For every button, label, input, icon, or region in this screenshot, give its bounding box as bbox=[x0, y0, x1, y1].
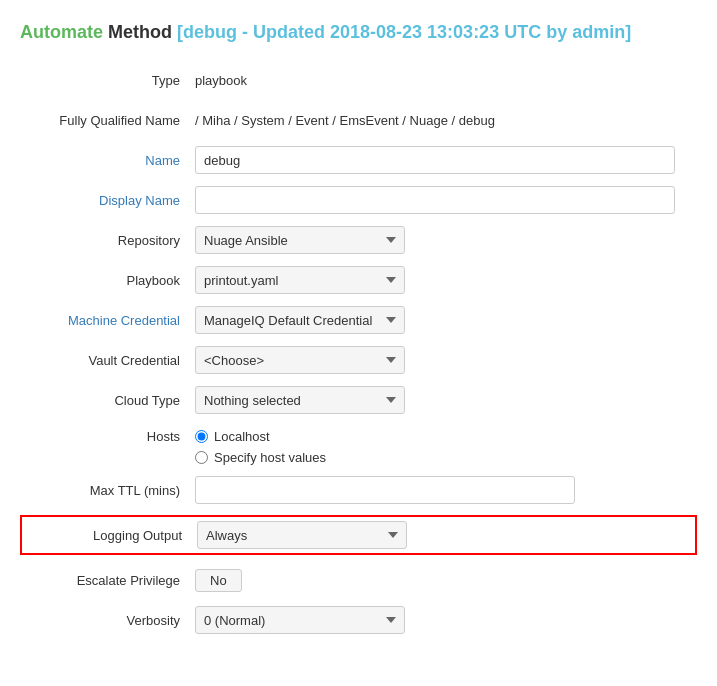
title-automate: Automate bbox=[20, 22, 103, 42]
cloud-type-select[interactable]: Nothing selected bbox=[195, 386, 405, 414]
machine-cred-field-wrapper: ManageIQ Default Credential bbox=[195, 306, 697, 334]
hosts-label: Hosts bbox=[20, 429, 195, 444]
max-ttl-input[interactable] bbox=[195, 476, 575, 504]
max-ttl-field-wrapper bbox=[195, 476, 697, 504]
page-title: Automate Method [debug - Updated 2018-08… bbox=[20, 20, 697, 45]
playbook-row: Playbook printout.yaml bbox=[20, 265, 697, 295]
name-label: Name bbox=[20, 153, 195, 168]
display-name-row: Display Name bbox=[20, 185, 697, 215]
escalate-button[interactable]: No bbox=[195, 569, 242, 592]
fqn-label: Fully Qualified Name bbox=[20, 113, 195, 128]
logging-label: Logging Output bbox=[22, 528, 197, 543]
display-name-label: Display Name bbox=[20, 193, 195, 208]
display-name-field-wrapper bbox=[195, 186, 697, 214]
type-label: Type bbox=[20, 73, 195, 88]
vault-cred-row: Vault Credential <Choose> bbox=[20, 345, 697, 375]
machine-cred-row: Machine Credential ManageIQ Default Cred… bbox=[20, 305, 697, 335]
hosts-row: Hosts Localhost Specify host values bbox=[20, 425, 697, 465]
verbosity-select[interactable]: 0 (Normal) 1 (Verbose) 2 (More Verbose) … bbox=[195, 606, 405, 634]
repository-row: Repository Nuage Ansible bbox=[20, 225, 697, 255]
escalate-label: Escalate Privilege bbox=[20, 573, 195, 588]
type-value: playbook bbox=[195, 73, 697, 88]
machine-cred-label: Machine Credential bbox=[20, 313, 195, 328]
vault-cred-field-wrapper: <Choose> bbox=[195, 346, 697, 374]
form-container: Type playbook Fully Qualified Name / Mih… bbox=[20, 65, 697, 635]
hosts-localhost-radio[interactable] bbox=[195, 430, 208, 443]
verbosity-row: Verbosity 0 (Normal) 1 (Verbose) 2 (More… bbox=[20, 605, 697, 635]
hosts-field-wrapper: Localhost Specify host values bbox=[195, 429, 697, 465]
hosts-radio-group: Localhost Specify host values bbox=[195, 429, 697, 465]
max-ttl-label: Max TTL (mins) bbox=[20, 483, 195, 498]
hosts-localhost-label: Localhost bbox=[214, 429, 270, 444]
fqn-row: Fully Qualified Name / Miha / System / E… bbox=[20, 105, 697, 135]
repository-label: Repository bbox=[20, 233, 195, 248]
vault-cred-label: Vault Credential bbox=[20, 353, 195, 368]
escalate-field-wrapper: No bbox=[195, 569, 697, 592]
name-row: Name bbox=[20, 145, 697, 175]
name-input[interactable] bbox=[195, 146, 675, 174]
repository-field-wrapper: Nuage Ansible bbox=[195, 226, 697, 254]
display-name-input[interactable] bbox=[195, 186, 675, 214]
vault-cred-select[interactable]: <Choose> bbox=[195, 346, 405, 374]
logging-select[interactable]: Always On Error Never bbox=[197, 521, 407, 549]
verbosity-label: Verbosity bbox=[20, 613, 195, 628]
playbook-label: Playbook bbox=[20, 273, 195, 288]
name-field-wrapper bbox=[195, 146, 697, 174]
title-method: Method bbox=[108, 22, 177, 42]
playbook-select[interactable]: printout.yaml bbox=[195, 266, 405, 294]
cloud-type-label: Cloud Type bbox=[20, 393, 195, 408]
hosts-localhost-option[interactable]: Localhost bbox=[195, 429, 697, 444]
hosts-specify-radio[interactable] bbox=[195, 451, 208, 464]
machine-cred-select[interactable]: ManageIQ Default Credential bbox=[195, 306, 405, 334]
escalate-row: Escalate Privilege No bbox=[20, 565, 697, 595]
logging-field-wrapper: Always On Error Never bbox=[197, 521, 695, 549]
type-row: Type playbook bbox=[20, 65, 697, 95]
max-ttl-row: Max TTL (mins) bbox=[20, 475, 697, 505]
repository-select[interactable]: Nuage Ansible bbox=[195, 226, 405, 254]
verbosity-field-wrapper: 0 (Normal) 1 (Verbose) 2 (More Verbose) … bbox=[195, 606, 697, 634]
title-bracket: [debug - Updated 2018-08-23 13:03:23 UTC… bbox=[177, 22, 631, 42]
hosts-specify-option[interactable]: Specify host values bbox=[195, 450, 697, 465]
fqn-value: / Miha / System / Event / EmsEvent / Nua… bbox=[195, 113, 697, 128]
cloud-type-field-wrapper: Nothing selected bbox=[195, 386, 697, 414]
hosts-specify-label: Specify host values bbox=[214, 450, 326, 465]
cloud-type-row: Cloud Type Nothing selected bbox=[20, 385, 697, 415]
logging-row: Logging Output Always On Error Never bbox=[20, 515, 697, 555]
playbook-field-wrapper: printout.yaml bbox=[195, 266, 697, 294]
